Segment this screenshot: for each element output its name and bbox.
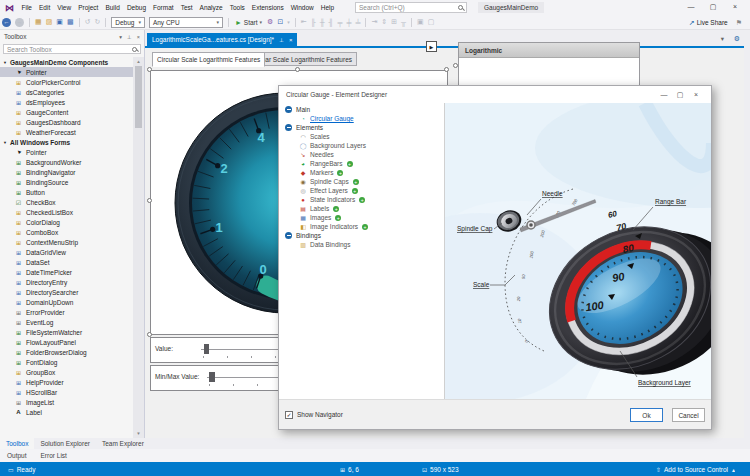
close-icon[interactable]: × bbox=[724, 0, 746, 14]
find-in-files-icon[interactable]: ⚙ bbox=[267, 18, 273, 26]
add-to-source-control-button[interactable]: ⇧ Add to Source Control ▴ bbox=[656, 466, 738, 473]
menu-item-project[interactable]: Project bbox=[75, 0, 102, 15]
selection-handle[interactable] bbox=[147, 332, 152, 337]
toolbox-item-dataset[interactable]: ⊞DataSet bbox=[0, 257, 133, 267]
minmax-slider-thumb[interactable] bbox=[209, 372, 215, 382]
toolbox-item-directoryentry[interactable]: ⊞DirectoryEntry bbox=[0, 277, 133, 287]
align-centers-icon[interactable]: ╫ bbox=[320, 19, 325, 26]
tree-section-elements[interactable]: Elements bbox=[279, 123, 444, 132]
add-icon[interactable]: + bbox=[347, 161, 353, 167]
tree-item-labels[interactable]: ▤Labels+ bbox=[279, 204, 444, 213]
bottom-tab-error-list[interactable]: Error List bbox=[34, 452, 74, 459]
toolbar-overflow-icon[interactable]: ▾ bbox=[287, 19, 290, 25]
toolbox-item-gaugecontent[interactable]: ⊞GaugeContent bbox=[0, 107, 133, 117]
smart-tag-button[interactable]: ▶ bbox=[426, 41, 437, 52]
menu-item-format[interactable]: Format bbox=[150, 0, 178, 15]
align-rights-icon[interactable]: ╢ bbox=[329, 19, 334, 26]
toolbox-item-colorpickercontrol[interactable]: ⊞ColorPickerControl bbox=[0, 77, 133, 87]
maximize-icon[interactable]: ▢ bbox=[672, 91, 688, 99]
tree-item-markers[interactable]: ◆Markers+ bbox=[279, 168, 444, 177]
toolbox-close-icon[interactable]: × bbox=[137, 34, 140, 40]
send-to-back-icon[interactable]: ▢ bbox=[428, 18, 435, 26]
toolbox-scrollbar[interactable]: ▲ ▼ bbox=[133, 57, 144, 438]
window-list-chevron-icon[interactable]: ▾ bbox=[721, 35, 724, 42]
add-icon[interactable]: + bbox=[352, 188, 358, 194]
add-icon[interactable]: + bbox=[353, 179, 359, 185]
toolbox-item-datetimepicker[interactable]: ⊞DateTimePicker bbox=[0, 267, 133, 277]
designer-tab-circular[interactable]: Circular Scale Logarithmic Features bbox=[152, 52, 265, 67]
toolbox-item-pointer[interactable]: ►Pointer bbox=[0, 147, 133, 157]
maximize-icon[interactable]: ▢ bbox=[702, 0, 724, 14]
toolbox-item-datagridview[interactable]: ⊞DataGridView bbox=[0, 247, 133, 257]
panel-tab-team-explorer[interactable]: Team Explorer bbox=[96, 438, 150, 449]
tree-item-needles[interactable]: ↘Needles bbox=[279, 150, 444, 159]
menu-item-build[interactable]: Build bbox=[102, 0, 123, 15]
tree-item-effect-layers[interactable]: ◎Effect Layers+ bbox=[279, 186, 444, 195]
save-icon[interactable]: ▣ bbox=[56, 18, 63, 26]
toolbox-item-button[interactable]: ⊞Button bbox=[0, 187, 133, 197]
horizontal-spacing-icon[interactable]: ╥ bbox=[401, 19, 406, 26]
ok-button[interactable]: Ok bbox=[630, 408, 663, 422]
align-left-edges-icon[interactable]: ⇤ bbox=[301, 18, 307, 26]
toolbox-item-backgroundworker[interactable]: ⊞BackgroundWorker bbox=[0, 157, 133, 167]
align-tops-icon[interactable]: ╤ bbox=[338, 19, 343, 26]
toolbox-item-pointer[interactable]: ►Pointer bbox=[0, 67, 133, 77]
menu-item-analyze[interactable]: Analyze bbox=[196, 0, 226, 15]
toolbox-item-combobox[interactable]: ⊞ComboBox bbox=[0, 227, 133, 237]
toolbox-item-checkbox[interactable]: ☑CheckBox bbox=[0, 197, 133, 207]
align-middles-icon[interactable]: ╪ bbox=[347, 19, 352, 26]
collapse-icon[interactable] bbox=[285, 124, 292, 131]
screenshot-tool-icon[interactable]: ⊡ bbox=[277, 18, 283, 26]
menu-item-tools[interactable]: Tools bbox=[226, 0, 248, 15]
scroll-up-icon[interactable]: ▲ bbox=[133, 57, 144, 66]
add-icon[interactable]: + bbox=[333, 206, 339, 212]
pin-icon[interactable]: ⊥ bbox=[279, 37, 284, 43]
toolbox-item-helpprovider[interactable]: ⊞HelpProvider bbox=[0, 377, 133, 387]
solution-name-button[interactable]: GaugesMainDemo bbox=[478, 2, 544, 13]
selection-handle[interactable] bbox=[147, 67, 152, 72]
selection-handle[interactable] bbox=[444, 67, 449, 72]
platform-dropdown[interactable]: Any CPU▾ bbox=[149, 17, 223, 28]
same-size-icon[interactable]: ⇕ bbox=[381, 18, 387, 26]
toolbox-item-weatherforecast[interactable]: ⊞WeatherForecast bbox=[0, 127, 133, 137]
open-file-icon[interactable]: ▨ bbox=[46, 18, 53, 26]
feedback-icon[interactable]: ⚑ bbox=[736, 19, 742, 27]
menu-item-help[interactable]: Help bbox=[317, 0, 337, 15]
toolbox-item-checkedlistbox[interactable]: ⊞CheckedListBox bbox=[0, 207, 133, 217]
scroll-down-icon[interactable]: ▼ bbox=[133, 429, 144, 438]
selection-handle[interactable] bbox=[295, 67, 300, 72]
toolbox-item-bindingsource[interactable]: ⊞BindingSource bbox=[0, 177, 133, 187]
close-icon[interactable]: × bbox=[289, 37, 293, 43]
toolbox-group-header[interactable]: ▼All Windows Forms bbox=[0, 137, 133, 147]
tree-item-state-indicators[interactable]: ●State Indicators+ bbox=[279, 195, 444, 204]
toolbox-item-directorysearcher[interactable]: ⊞DirectorySearcher bbox=[0, 287, 133, 297]
tree-item-background-layers[interactable]: ◯Background Layers bbox=[279, 141, 444, 150]
selection-handle[interactable] bbox=[453, 63, 458, 68]
document-tab[interactable]: LogarithmicScaleGa...eatures.cs [Design]… bbox=[147, 33, 297, 46]
add-icon[interactable]: + bbox=[362, 224, 368, 230]
pin-icon[interactable]: ⊥ bbox=[127, 34, 132, 40]
toolbox-item-dsemployees[interactable]: ⊞dsEmployees bbox=[0, 97, 133, 107]
menu-item-window[interactable]: Window bbox=[287, 0, 317, 15]
tree-section-bindings[interactable]: Bindings bbox=[279, 231, 444, 240]
gear-icon[interactable]: ⚙ bbox=[734, 35, 740, 42]
toolbox-item-hscrollbar[interactable]: ⊞HScrollBar bbox=[0, 387, 133, 397]
navigate-forward-icon[interactable]: → bbox=[15, 18, 24, 27]
toolbox-item-errorprovider[interactable]: ⊞ErrorProvider bbox=[0, 307, 133, 317]
toolbox-item-imagelist[interactable]: ⊞ImageList bbox=[0, 397, 133, 407]
value-slider-thumb[interactable] bbox=[204, 344, 209, 354]
toolbox-item-folderbrowserdialog[interactable]: ⊞FolderBrowserDialog bbox=[0, 347, 133, 357]
collapse-icon[interactable] bbox=[285, 106, 292, 113]
toolbox-group-header[interactable]: ▼GaugesMainDemo Components bbox=[0, 57, 133, 67]
show-navigator-checkbox[interactable]: ✓ bbox=[285, 411, 293, 419]
menu-item-file[interactable]: File bbox=[18, 0, 35, 15]
menu-item-edit[interactable]: Edit bbox=[35, 0, 53, 15]
debug-configuration-dropdown[interactable]: Debug▾ bbox=[111, 17, 145, 28]
tree-item-scales[interactable]: ◠Scales bbox=[279, 132, 444, 141]
minimize-icon[interactable]: — bbox=[656, 91, 672, 98]
live-share-button[interactable]: Live Share bbox=[697, 19, 728, 26]
scrollbar-thumb[interactable] bbox=[135, 66, 142, 128]
tree-item-spindle-caps[interactable]: ◉Spindle Caps+ bbox=[279, 177, 444, 186]
cancel-button[interactable]: Cancel bbox=[672, 408, 705, 422]
toolbox-item-filesystemwatcher[interactable]: ⊞FileSystemWatcher bbox=[0, 327, 133, 337]
